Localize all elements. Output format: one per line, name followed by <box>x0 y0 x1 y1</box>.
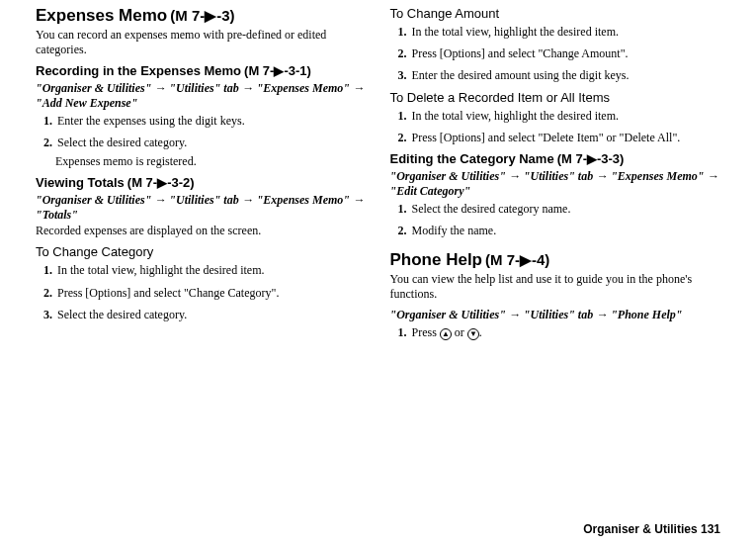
recording-code: (M 7-▶-3-1) <box>244 63 311 78</box>
recording-heading-block: Recording in the Expenses Memo (M 7-▶-3-… <box>36 63 367 79</box>
viewing-totals-heading-block: Viewing Totals (M 7-▶-3-2) <box>36 175 367 191</box>
delete-item-heading-block: To Delete a Recorded Item or All Items <box>390 90 721 106</box>
phone-help-intro: You can view the help list and use it to… <box>390 272 721 302</box>
viewing-totals-code: (M 7-▶-3-2) <box>127 175 195 190</box>
viewing-totals-heading: Viewing Totals <box>36 175 125 190</box>
expenses-memo-title: Expenses Memo <box>36 6 167 25</box>
recording-steps: Enter the expenses using the digit keys.… <box>36 113 367 150</box>
edit-category-path: "Organiser & Utilities" → "Utilities" ta… <box>390 169 721 199</box>
edit-category-step-1: Select the desired category name. <box>410 201 721 217</box>
phone-help-step-1-prefix: Press <box>412 325 440 339</box>
change-amount-step-1: In the total view, highlight the desired… <box>410 24 721 40</box>
change-amount-heading-block: To Change Amount <box>390 6 721 22</box>
change-category-heading: To Change Category <box>36 244 153 259</box>
recording-step-1: Enter the expenses using the digit keys. <box>55 113 367 129</box>
phone-help-step-1: Press ▲ or ▼. <box>410 324 721 340</box>
delete-item-heading: To Delete a Recorded Item or All Items <box>390 90 611 105</box>
edit-category-code: (M 7-▶-3-3) <box>557 151 625 166</box>
delete-item-steps: In the total view, highlight the desired… <box>390 108 721 145</box>
up-key-icon: ▲ <box>440 328 452 340</box>
change-category-step-3: Select the desired category. <box>55 307 367 322</box>
right-column: To Change Amount In the total view, high… <box>390 6 721 347</box>
edit-category-heading: Editing the Category Name <box>390 151 554 166</box>
change-amount-step-3: Enter the desired amount using the digit… <box>410 67 721 83</box>
phone-help-title: Phone Help <box>390 250 483 269</box>
phone-help-title-block: Phone Help (M 7-▶-4) <box>390 250 721 270</box>
recording-heading: Recording in the Expenses Memo <box>36 63 241 78</box>
change-category-steps: In the total view, highlight the desired… <box>36 262 367 322</box>
expenses-memo-menucode: (M 7-▶-3) <box>170 7 234 24</box>
expenses-memo-intro: You can record an expenses memo with pre… <box>36 28 367 57</box>
change-category-heading-block: To Change Category <box>36 244 367 260</box>
page-body: Expenses Memo (M 7-▶-3) You can record a… <box>0 0 756 347</box>
change-category-step-1: In the total view, highlight the desired… <box>55 262 367 278</box>
viewing-totals-after: Recorded expenses are displayed on the s… <box>36 224 367 238</box>
edit-category-step-2: Modify the name. <box>410 223 721 238</box>
page-footer: Organiser & Utilities 131 <box>583 522 720 536</box>
change-amount-heading: To Change Amount <box>390 6 500 21</box>
edit-category-steps: Select the desired category name. Modify… <box>390 201 721 238</box>
recording-step-2: Select the desired category. <box>55 135 367 150</box>
down-key-icon: ▼ <box>467 328 479 340</box>
phone-help-menucode: (M 7-▶-4) <box>485 251 549 268</box>
change-category-step-2: Press [Options] and select "Change Categ… <box>55 285 367 301</box>
recording-note: Expenses memo is registered. <box>55 154 367 169</box>
phone-help-step-1-suffix: . <box>479 325 482 339</box>
change-amount-step-2: Press [Options] and select "Change Amoun… <box>410 46 721 61</box>
viewing-totals-path: "Organiser & Utilities" → "Utilities" ta… <box>36 193 367 223</box>
edit-category-heading-block: Editing the Category Name (M 7-▶-3-3) <box>390 151 721 167</box>
delete-item-step-1: In the total view, highlight the desired… <box>410 108 721 124</box>
expenses-memo-title-block: Expenses Memo (M 7-▶-3) <box>36 6 367 26</box>
left-column: Expenses Memo (M 7-▶-3) You can record a… <box>36 6 367 347</box>
phone-help-step-1-mid: or <box>452 325 467 339</box>
change-amount-steps: In the total view, highlight the desired… <box>390 24 721 84</box>
phone-help-steps: Press ▲ or ▼. <box>390 324 721 340</box>
delete-item-step-2: Press [Options] and select "Delete Item"… <box>410 130 721 145</box>
phone-help-path: "Organiser & Utilities" → "Utilities" ta… <box>390 308 721 322</box>
recording-path: "Organiser & Utilities" → "Utilities" ta… <box>36 81 367 111</box>
